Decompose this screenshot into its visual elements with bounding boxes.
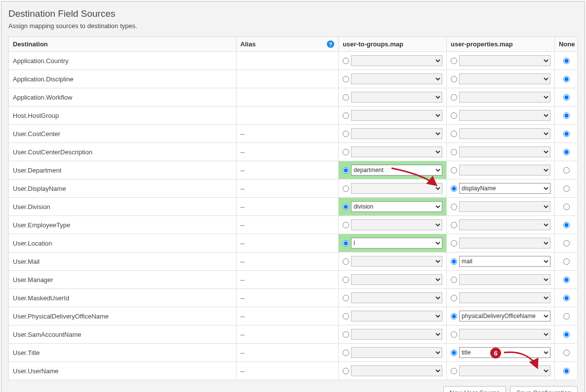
radio-none[interactable] (563, 76, 570, 82)
select-source-2[interactable]: physicalDeliveryOfficeName (459, 311, 550, 321)
radio-none[interactable] (563, 368, 570, 374)
radio-source-2[interactable] (451, 94, 457, 101)
radio-source-2[interactable] (451, 313, 457, 320)
cell-destination: User.Manager (9, 271, 236, 289)
select-source-1[interactable] (351, 73, 442, 84)
select-source-1[interactable]: l (351, 238, 442, 249)
radio-source-1[interactable] (343, 185, 349, 192)
select-source-2[interactable] (459, 128, 550, 139)
radio-source-1[interactable] (343, 350, 349, 356)
radio-source-2[interactable] (451, 76, 457, 82)
radio-none[interactable] (563, 277, 570, 283)
help-icon[interactable]: ? (327, 40, 334, 48)
radio-source-2[interactable] (451, 368, 457, 374)
select-source-1[interactable] (351, 183, 442, 194)
radio-none[interactable] (563, 94, 570, 101)
select-source-1[interactable] (351, 311, 442, 321)
radio-none[interactable] (563, 331, 570, 338)
radio-none[interactable] (563, 112, 570, 119)
radio-source-1[interactable] (343, 258, 349, 265)
radio-source-1[interactable] (343, 94, 349, 101)
select-source-1[interactable] (351, 292, 442, 303)
select-source-1[interactable] (351, 347, 442, 358)
select-source-2[interactable] (459, 110, 550, 121)
select-source-1[interactable] (351, 128, 442, 139)
radio-source-1[interactable] (343, 277, 349, 283)
radio-source-2[interactable] (451, 222, 457, 228)
radio-source-1[interactable] (343, 76, 349, 82)
select-source-2[interactable] (459, 219, 550, 230)
select-source-2[interactable] (459, 73, 550, 84)
select-source-1[interactable] (351, 274, 442, 285)
table-row: User.UserName-- (9, 362, 578, 380)
radio-source-1[interactable] (343, 240, 349, 247)
radio-source-2[interactable] (451, 185, 457, 192)
radio-source-1[interactable] (343, 204, 349, 210)
radio-source-2[interactable] (451, 131, 457, 137)
select-source-1[interactable] (351, 146, 442, 157)
radio-none[interactable] (563, 149, 570, 155)
radio-none[interactable] (563, 258, 570, 265)
radio-source-2[interactable] (451, 58, 457, 64)
radio-source-1[interactable] (343, 295, 349, 301)
radio-source-2[interactable] (451, 295, 457, 301)
select-source-2[interactable] (459, 365, 550, 376)
radio-none[interactable] (563, 58, 570, 64)
radio-source-2[interactable] (451, 240, 457, 247)
radio-source-2[interactable] (451, 167, 457, 174)
cell-none (554, 325, 577, 344)
select-source-2[interactable] (459, 238, 550, 249)
select-source-2[interactable] (459, 165, 550, 176)
radio-source-1[interactable] (343, 313, 349, 320)
radio-source-2[interactable] (451, 350, 457, 356)
cell-alias (236, 88, 338, 107)
radio-source-1[interactable] (343, 222, 349, 228)
radio-none[interactable] (563, 222, 570, 228)
radio-none[interactable] (563, 167, 570, 174)
radio-source-1[interactable] (343, 149, 349, 155)
save-configuration-button[interactable]: Save Configuration (510, 386, 578, 392)
select-source-1[interactable]: division (351, 201, 442, 212)
select-source-1[interactable] (351, 329, 442, 340)
select-source-2[interactable]: title (459, 347, 550, 358)
select-source-2[interactable] (459, 292, 550, 303)
select-source-1[interactable] (351, 92, 442, 103)
radio-none[interactable] (563, 185, 570, 192)
radio-none[interactable] (563, 313, 570, 320)
new-user-source-button[interactable]: New User Source (443, 386, 507, 392)
radio-none[interactable] (563, 131, 570, 137)
radio-none[interactable] (563, 204, 570, 210)
select-source-1[interactable] (351, 365, 442, 376)
select-source-2[interactable]: displayName (459, 183, 550, 194)
select-source-2[interactable]: mail (459, 256, 550, 267)
radio-none[interactable] (563, 295, 570, 301)
cell-alias: -- (236, 344, 338, 362)
radio-source-1[interactable] (343, 331, 349, 338)
select-source-2[interactable] (459, 274, 550, 285)
radio-source-1[interactable] (343, 167, 349, 174)
radio-source-1[interactable] (343, 112, 349, 119)
radio-source-2[interactable] (451, 331, 457, 338)
radio-none[interactable] (563, 240, 570, 247)
select-source-1[interactable]: department (351, 165, 442, 176)
select-source-2[interactable] (459, 146, 550, 157)
radio-source-2[interactable] (451, 149, 457, 155)
radio-source-1[interactable] (343, 131, 349, 137)
radio-source-1[interactable] (343, 58, 349, 64)
select-source-2[interactable] (459, 92, 550, 103)
cell-destination: User.SamAccountName (9, 325, 236, 344)
radio-none[interactable] (563, 350, 570, 356)
radio-source-2[interactable] (451, 258, 457, 265)
select-source-1[interactable] (351, 55, 442, 66)
select-source-2[interactable] (459, 329, 550, 340)
select-source-2[interactable] (459, 201, 550, 212)
select-source-2[interactable] (459, 55, 550, 66)
radio-source-2[interactable] (451, 277, 457, 283)
select-source-1[interactable] (351, 256, 442, 267)
radio-source-2[interactable] (451, 204, 457, 210)
select-source-1[interactable] (351, 110, 442, 121)
radio-source-2[interactable] (451, 112, 457, 119)
radio-source-1[interactable] (343, 368, 349, 374)
select-source-1[interactable] (351, 219, 442, 230)
cell-none (554, 362, 577, 380)
